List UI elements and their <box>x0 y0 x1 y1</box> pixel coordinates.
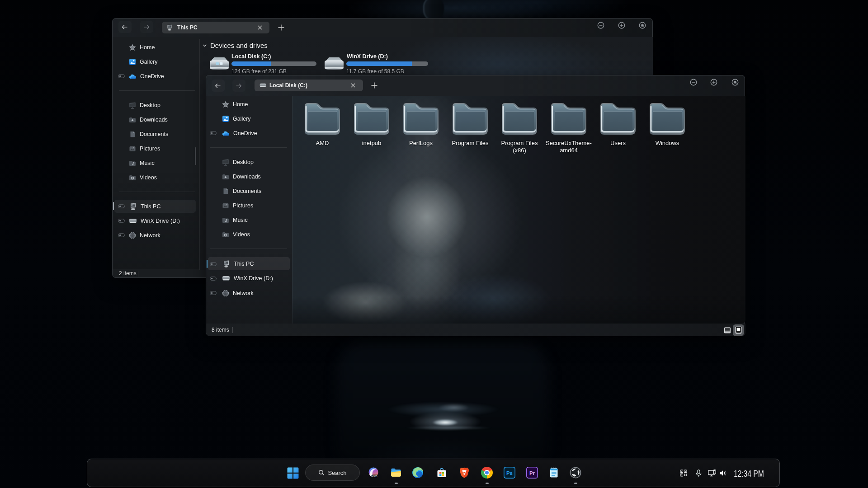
svg-text:Ps: Ps <box>506 470 513 476</box>
svg-text:Pr: Pr <box>529 470 535 476</box>
svg-text:M365: M365 <box>372 475 377 478</box>
